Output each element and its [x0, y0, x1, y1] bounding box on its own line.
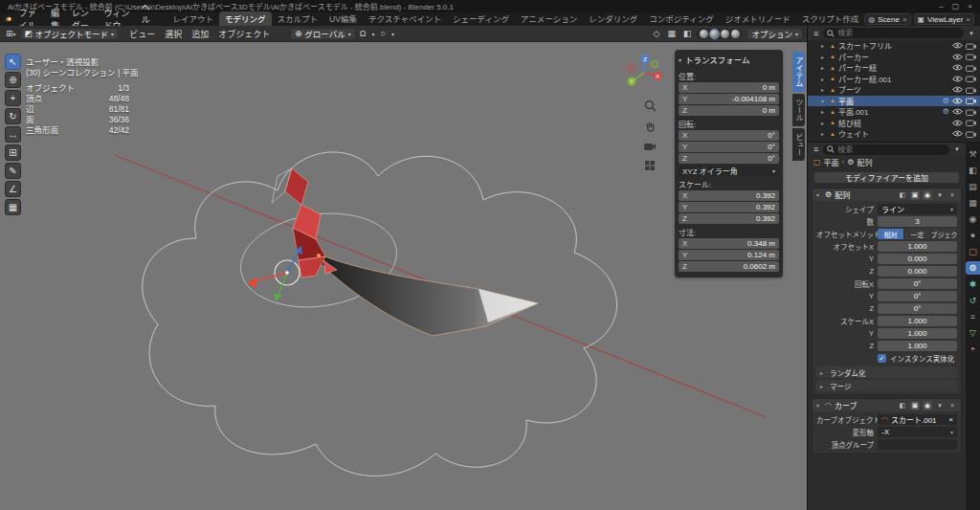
outliner-item[interactable]: ▸▲ パーカー	[808, 52, 980, 63]
render-toggle-icon[interactable]: ◉	[923, 190, 932, 200]
camera-icon[interactable]	[966, 119, 977, 126]
expand-icon[interactable]: ▸	[821, 108, 827, 115]
rotation-mode-dropdown[interactable]: XYZ オイラー角▾	[679, 166, 779, 176]
outliner-item[interactable]: ▸▲ スカートフリル	[808, 40, 980, 52]
offset-x-field[interactable]: 1.000	[878, 241, 957, 252]
camera-icon[interactable]	[966, 64, 977, 72]
location-y-field[interactable]: Y-0.004108 m	[679, 94, 779, 104]
proportional-editing-icon[interactable]: ○	[379, 29, 388, 38]
editor-type-icon[interactable]: ⊞▾	[4, 29, 18, 38]
remove-modifier-icon[interactable]: ×	[947, 190, 957, 200]
workspace-tab-layout[interactable]: レイアウト	[167, 11, 220, 26]
deform-axis-dropdown[interactable]: -X▾	[878, 427, 957, 437]
tool-move-button[interactable]: +	[5, 90, 21, 106]
minimize-button[interactable]: –	[939, 2, 943, 11]
eye-icon[interactable]	[952, 130, 963, 137]
view-layer-selector[interactable]: ▣ ViewLayer ×	[914, 13, 974, 25]
tab-world[interactable]: ●	[966, 229, 980, 242]
remove-modifier-icon[interactable]: ×	[947, 401, 957, 410]
offset-method-object[interactable]: オブジェクト	[931, 229, 957, 239]
n-panel-tab-tool[interactable]: ツール	[792, 94, 805, 126]
scale-y-field[interactable]: Y0.392	[679, 202, 779, 212]
n-panel-tab-view[interactable]: ビュー	[792, 128, 805, 161]
offset-method-relative[interactable]: 相対	[878, 229, 904, 239]
properties-search[interactable]	[823, 144, 949, 155]
rotation-z-field[interactable]: 0°	[878, 303, 957, 314]
tab-object[interactable]: ▢	[966, 245, 980, 258]
menu-add[interactable]: 追加	[187, 28, 213, 40]
dimensions-y-field[interactable]: Y0.124 m	[679, 250, 779, 260]
rotation-z-field[interactable]: Z0°	[679, 153, 779, 164]
location-x-field[interactable]: X0 m	[679, 82, 779, 93]
location-z-field[interactable]: Z0 m	[679, 105, 779, 116]
options-dropdown[interactable]: オプション ▾	[746, 28, 803, 40]
count-field[interactable]: 3	[878, 216, 957, 227]
camera-icon[interactable]	[966, 53, 977, 60]
xray-toggle-icon[interactable]: ◧	[681, 29, 694, 38]
camera-icon[interactable]	[966, 108, 977, 116]
axis-navigation-gizmo[interactable]: X Y Z	[625, 54, 663, 92]
eye-icon[interactable]	[952, 64, 963, 71]
snap-settings-dropdown-icon[interactable]: ▾	[369, 31, 376, 37]
tab-output[interactable]: ▤	[966, 180, 980, 193]
outliner-item[interactable]: ▸▲ パーカー紐	[808, 62, 980, 74]
rotation-y-field[interactable]: 0°	[878, 291, 957, 301]
rotation-x-field[interactable]: 0°	[878, 278, 957, 289]
show-gizmo-icon[interactable]: ◇	[652, 29, 662, 38]
randomize-subpanel[interactable]: ▸ランダム化	[816, 366, 957, 378]
tool-rotate-button[interactable]: ↻	[5, 108, 21, 124]
modifier-name[interactable]: 配列	[835, 189, 895, 200]
breadcrumb-object[interactable]: 平面	[824, 157, 839, 167]
remove-view-layer-icon[interactable]: ×	[966, 15, 970, 24]
tab-view-layer[interactable]: ▦	[966, 196, 980, 210]
snap-magnet-icon[interactable]: Ω	[358, 29, 368, 38]
outliner-item[interactable]: ▸▲ ブーツ	[808, 84, 980, 96]
workspace-tab-scripting[interactable]: スクリプト作成	[796, 11, 865, 26]
outliner-search[interactable]	[823, 28, 964, 38]
edit-mode-toggle-icon[interactable]: ◧	[898, 190, 907, 200]
camera-icon[interactable]	[966, 97, 977, 104]
tab-physics[interactable]: ↺	[966, 294, 980, 307]
clear-object-icon[interactable]: ×	[948, 415, 953, 424]
workspace-tab-sculpting[interactable]: スカルプト	[272, 11, 324, 26]
rotation-x-field[interactable]: X0°	[679, 130, 779, 141]
eye-icon[interactable]	[952, 76, 963, 82]
properties-search-input[interactable]	[837, 145, 946, 154]
scale-x-field[interactable]: X0.392	[679, 190, 779, 201]
expand-icon[interactable]: ▸	[821, 42, 827, 49]
collapse-panel-icon[interactable]: ▾	[679, 56, 681, 63]
scene-selector[interactable]: ◍ Scene ×	[864, 13, 910, 25]
show-overlays-icon[interactable]: ▦	[665, 29, 678, 38]
workspace-tab-modeling[interactable]: モデリング	[219, 11, 272, 26]
offset-y-field[interactable]: 0.000	[878, 254, 957, 264]
modifier-extras-icon[interactable]: ▾	[935, 401, 945, 410]
tab-scene[interactable]: ◉	[966, 212, 980, 226]
eye-icon[interactable]	[952, 120, 963, 126]
camera-icon[interactable]	[966, 86, 977, 94]
camera-icon[interactable]	[966, 42, 977, 50]
menu-select[interactable]: 選択	[160, 28, 187, 40]
tool-annotate-button[interactable]: ✎	[5, 163, 21, 179]
tab-render[interactable]: ◧	[966, 164, 980, 177]
unlink-scene-icon[interactable]: ×	[902, 15, 907, 24]
tool-add-primitive-button[interactable]: ▦	[5, 199, 21, 215]
expand-icon[interactable]: ▸	[821, 130, 827, 137]
collapse-icon[interactable]: ▾	[816, 191, 822, 198]
workspace-tab-geometry-nodes[interactable]: ジオメトリノード	[720, 11, 796, 26]
tab-particles[interactable]: ✱	[966, 277, 980, 291]
expand-icon[interactable]: ▾	[821, 98, 827, 104]
filter-icon[interactable]: ▼	[967, 31, 976, 36]
expand-icon[interactable]: ▸	[821, 54, 827, 60]
scale-z-field[interactable]: 1.000	[878, 341, 957, 351]
mesh-object[interactable]	[304, 247, 538, 336]
expand-icon[interactable]: ▸	[821, 120, 827, 126]
scale-x-field[interactable]: 1.000	[878, 316, 957, 326]
offset-method-constant[interactable]: 一定	[904, 229, 931, 239]
rendered-shading-icon[interactable]	[731, 30, 740, 38]
tab-material[interactable]: ◓	[966, 343, 980, 356]
menu-view[interactable]: ビュー	[124, 28, 160, 40]
realize-instances-checkbox[interactable]: ✓	[878, 354, 886, 363]
tool-scale-button[interactable]: ↔	[5, 126, 21, 143]
outliner-item-selected[interactable]: ▾▲ 平面 ⚙	[808, 96, 980, 107]
offset-z-field[interactable]: 0.000	[878, 266, 957, 277]
